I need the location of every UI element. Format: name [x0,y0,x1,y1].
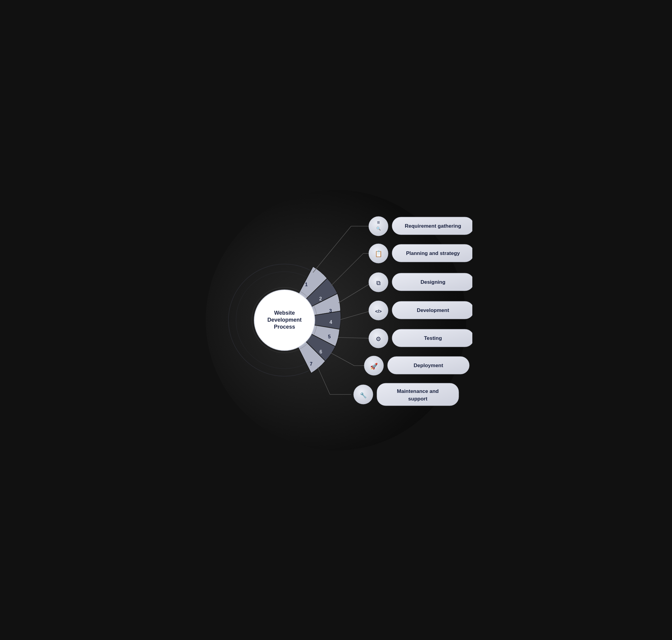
svg-text:🔍: 🔍 [376,226,381,231]
svg-text:🚀: 🚀 [370,363,378,370]
svg-line-18 [331,353,354,366]
svg-text:🔧: 🔧 [360,392,367,399]
svg-text:5: 5 [328,334,331,339]
svg-rect-43 [377,383,459,406]
svg-text:≡: ≡ [377,220,379,225]
svg-text:6: 6 [320,349,323,354]
svg-line-16 [341,310,372,320]
step-7-label-line2: support [408,396,428,402]
svg-line-11 [313,226,351,273]
diagram-svg: 1 2 3 4 5 6 7 [200,184,472,456]
center-line1: Website [274,310,295,316]
step-4-label: Development [417,307,449,313]
svg-text:⚙: ⚙ [376,336,381,342]
svg-text:⧉: ⧉ [376,279,380,286]
step-3-label: Designing [420,279,445,285]
main-diagram: 1 2 3 4 5 6 7 [200,184,472,456]
center-line2: Development [267,317,301,323]
svg-text:</>: </> [375,309,382,314]
step-6-label: Deployment [414,363,443,368]
step-1-label: Requirement gathering [405,223,461,229]
svg-text:1: 1 [305,282,308,287]
center-line3: Process [274,324,295,330]
svg-line-20 [318,367,330,394]
svg-line-15 [339,282,372,303]
svg-point-22 [369,217,388,236]
svg-text:7: 7 [310,361,313,366]
svg-line-17 [338,337,372,338]
step-7-label-line1: Maintenance and [397,388,439,394]
svg-text:4: 4 [330,320,332,325]
svg-line-13 [331,253,363,286]
step-5-label: Testing [424,335,442,341]
step-2-label: Planning and strategy [406,250,460,256]
svg-text:2: 2 [319,296,322,301]
svg-text:📋: 📋 [375,250,382,257]
